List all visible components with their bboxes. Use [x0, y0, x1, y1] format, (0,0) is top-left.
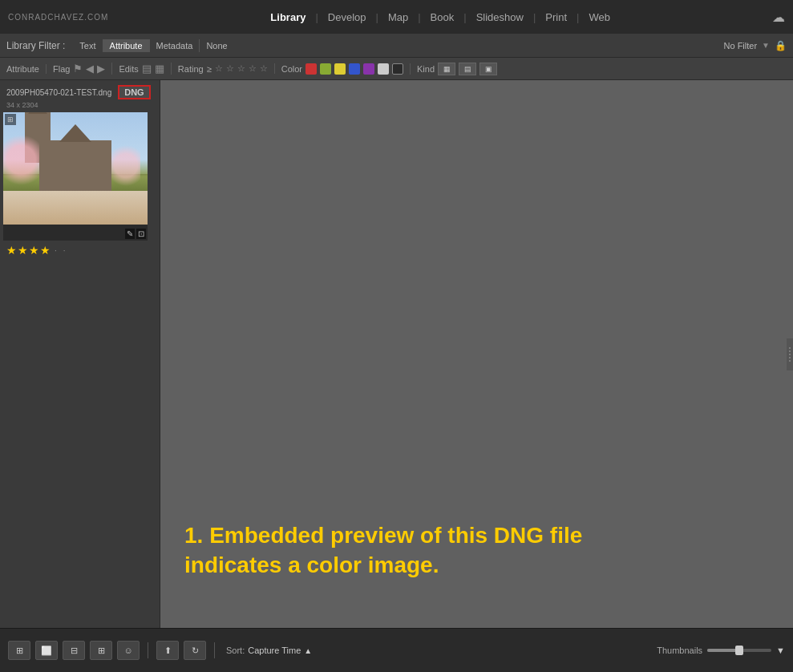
rating-area: ★★★★ · ·	[3, 241, 156, 260]
star-5[interactable]: ☆	[260, 63, 268, 74]
bottom-toolbar: ⊞ ⬜ ⊟ ⊞ ☺ ⬆ ↻ Sort: Capture Time ▲ Thumb…	[0, 628, 793, 672]
nav-print[interactable]: Print	[536, 0, 577, 34]
attribute-bar: Attribute Flag ⚑ ◀ ▶ Edits ▤ ▦ Rating ≥ …	[0, 58, 793, 80]
thumbnail-options-dropdown[interactable]: ▼	[776, 646, 785, 655]
annotation-text: 1. Embedded preview of this DNG file ind…	[184, 521, 582, 580]
filter-bar: Library Filter : Text Attribute Metadata…	[0, 34, 793, 58]
loupe-view-button[interactable]: ⬜	[35, 641, 58, 660]
star-3[interactable]: ☆	[237, 63, 245, 74]
filter-tab-metadata[interactable]: Metadata	[150, 39, 200, 52]
slider-track[interactable]	[707, 649, 771, 652]
handle-dot-2	[789, 350, 791, 352]
cloud-icon[interactable]: ☁	[772, 10, 785, 25]
attribute-section: Attribute	[6, 64, 47, 74]
file-info-row: 2009PH05470-021-TEST.dng DNG	[3, 83, 156, 101]
handle-dot-4	[789, 357, 791, 358]
resize-handle[interactable]	[787, 338, 793, 370]
edits-label: Edits	[119, 64, 138, 74]
kind-label: Kind	[417, 64, 435, 74]
nav-library[interactable]: Library	[261, 0, 315, 34]
rating-label: Rating	[178, 64, 204, 74]
color-dot-gray[interactable]	[378, 63, 389, 75]
sort-section: Sort: Capture Time ▲	[226, 646, 312, 655]
nav-slideshow[interactable]: Slideshow	[467, 0, 533, 34]
filter-tab-none[interactable]: None	[200, 39, 233, 52]
grid-view-button[interactable]: ⊞	[8, 641, 30, 660]
color-dot-red[interactable]	[305, 63, 317, 75]
canvas-area: 1. Embedded preview of this DNG file ind…	[160, 80, 793, 628]
handle-dot-3	[789, 354, 791, 355]
star-2[interactable]: ☆	[226, 63, 234, 74]
nav-web[interactable]: Web	[579, 0, 620, 34]
partial-star: ·	[55, 246, 57, 255]
no-filter-dropdown[interactable]: No Filter	[724, 41, 758, 51]
thumbnail-panel: 2009PH05470-021-TEST.dng DNG 34 x 2304 ⊞…	[0, 80, 160, 628]
flag-label: Flag	[53, 64, 70, 74]
flag-section: Flag ⚑ ◀ ▶	[53, 63, 112, 75]
kind-section: Kind ▦ ▤ ▣	[417, 63, 504, 75]
kind-btn-3[interactable]: ▣	[479, 63, 497, 75]
file-size-value: 34	[6, 101, 14, 109]
edits-btn2[interactable]: ▦	[155, 63, 164, 75]
slider-thumb[interactable]	[735, 646, 743, 655]
survey-view-button[interactable]: ⊞	[90, 641, 112, 660]
crop-icon: ⊡	[136, 229, 146, 239]
people-view-button[interactable]: ☺	[117, 641, 140, 660]
photo-thumbnail	[3, 112, 148, 225]
color-label: Color	[281, 64, 302, 74]
edit-icon: ✎	[125, 229, 135, 239]
attribute-label: Attribute	[6, 64, 39, 74]
file-dimensions: x 2304	[17, 101, 38, 109]
flag-reject[interactable]: ▶	[97, 63, 105, 75]
star-rating[interactable]: ★★★★	[6, 244, 51, 257]
handle-dot-5	[789, 360, 791, 362]
color-dot-blue[interactable]	[349, 63, 360, 75]
thumbnail-grid-icon: ⊞	[5, 114, 16, 125]
annotation-line2: indicates a color image.	[184, 551, 582, 580]
separator-2	[214, 642, 215, 658]
edits-btn1[interactable]: ▤	[142, 63, 152, 75]
import-button[interactable]: ⬆	[156, 641, 179, 660]
library-filter-label: Library Filter :	[6, 40, 65, 51]
rating-section: Rating ≥ ☆ ☆ ☆ ☆ ☆	[178, 63, 275, 74]
ground-layer	[3, 191, 148, 225]
nav-develop[interactable]: Develop	[318, 0, 376, 34]
nav-map[interactable]: Map	[378, 0, 418, 34]
star-4[interactable]: ☆	[249, 63, 257, 74]
kind-btn-2[interactable]: ▤	[459, 63, 476, 75]
nav-book[interactable]: Book	[421, 0, 464, 34]
export-button[interactable]: ↻	[184, 641, 206, 660]
color-label-indicator: ·	[63, 246, 66, 255]
dng-badge[interactable]: DNG	[118, 85, 150, 99]
filter-tab-text[interactable]: Text	[73, 39, 103, 52]
kind-btn-1[interactable]: ▦	[438, 63, 455, 75]
filter-right: No Filter ▼ 🔒	[724, 40, 787, 51]
filter-tab-attribute[interactable]: Attribute	[103, 39, 150, 52]
lock-icon[interactable]: 🔒	[775, 40, 787, 51]
compare-view-button[interactable]: ⊟	[63, 641, 85, 660]
edits-section: Edits ▤ ▦	[119, 63, 171, 75]
color-dot-black[interactable]	[392, 63, 403, 75]
no-filter-arrow[interactable]: ▼	[762, 41, 770, 50]
handle-dot-1	[789, 347, 791, 349]
thumbnail-size-slider[interactable]	[707, 649, 771, 652]
annotation-line1: 1. Embedded preview of this DNG file	[184, 521, 582, 550]
flag-any[interactable]: ◀	[86, 63, 94, 75]
file-name-label: 2009PH05470-021-TEST.dng	[3, 87, 115, 99]
sort-direction-icon[interactable]: ▲	[304, 646, 312, 655]
star-1[interactable]: ☆	[215, 63, 223, 74]
color-dot-green[interactable]	[320, 63, 331, 75]
color-dot-purple[interactable]	[363, 63, 374, 75]
file-size: 34 x 2304	[3, 101, 156, 109]
thumbnail-image-container[interactable]: ⊞ ✎ ⊡	[3, 112, 148, 241]
top-navigation: CONRADCHAVEZ.COM Library | Develop | Map…	[0, 0, 793, 34]
nav-links: Library | Develop | Map | Book | Slidesh…	[261, 0, 620, 34]
blossom-right	[111, 140, 140, 191]
sort-value[interactable]: Capture Time	[248, 646, 301, 655]
flag-pick[interactable]: ⚑	[73, 63, 83, 75]
color-dot-yellow[interactable]	[334, 63, 346, 75]
brand-logo: CONRADCHAVEZ.COM	[8, 13, 108, 22]
blossom-left	[3, 129, 39, 191]
slider-fill	[707, 649, 739, 652]
sort-label: Sort:	[226, 646, 245, 655]
